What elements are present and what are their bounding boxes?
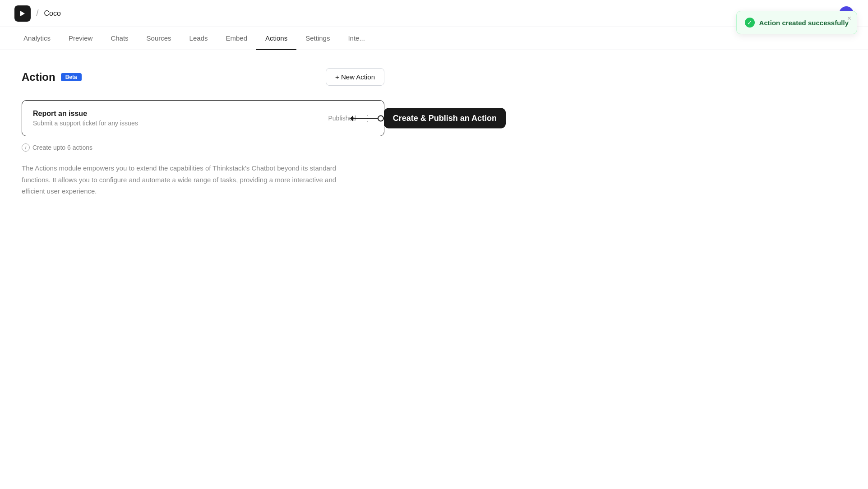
nav-analytics[interactable]: Analytics <box>14 27 60 50</box>
nav-integrations[interactable]: Inte... <box>339 27 374 50</box>
toast-notification: × ✓ Action created successfully <box>736 11 857 34</box>
page-title: Action <box>22 71 55 83</box>
tooltip-box: Create & Publish an Action <box>384 108 506 129</box>
beta-badge: Beta <box>61 73 82 81</box>
nav-preview[interactable]: Preview <box>60 27 102 50</box>
action-card[interactable]: Report an issue Submit a support ticket … <box>22 100 384 136</box>
toast-check-icon: ✓ <box>745 18 755 28</box>
module-description: The Actions module empowers you to exten… <box>22 162 337 197</box>
nav-settings[interactable]: Settings <box>296 27 339 50</box>
create-publish-tooltip: Create & Publish an Action <box>351 108 506 129</box>
info-icon: i <box>22 143 30 152</box>
action-card-description: Submit a support ticket for any issues <box>33 120 138 127</box>
logo-slash: / <box>36 8 39 18</box>
create-limit-row: i Create upto 6 actions <box>22 143 384 152</box>
tooltip-dot <box>378 115 384 121</box>
header-left: / Coco <box>14 5 61 22</box>
toast-close-button[interactable]: × <box>847 15 851 22</box>
action-card-info: Report an issue Submit a support ticket … <box>33 110 138 127</box>
toast-message: Action created successfully <box>759 19 849 27</box>
tooltip-arrow <box>351 118 378 119</box>
nav-sources[interactable]: Sources <box>138 27 180 50</box>
nav-actions[interactable]: Actions <box>256 27 296 50</box>
logo-icon <box>14 5 31 22</box>
app-name: Coco <box>44 9 61 18</box>
main-content: Action Beta + New Action Report an issue… <box>0 50 406 215</box>
nav-leads[interactable]: Leads <box>180 27 217 50</box>
page-title-row: Action Beta <box>22 71 82 83</box>
nav-embed[interactable]: Embed <box>217 27 256 50</box>
action-card-title: Report an issue <box>33 110 138 118</box>
nav-chats[interactable]: Chats <box>102 27 137 50</box>
new-action-button[interactable]: + New Action <box>326 68 384 86</box>
page-header: Action Beta + New Action <box>22 68 384 86</box>
create-limit-text: Create upto 6 actions <box>32 144 92 151</box>
